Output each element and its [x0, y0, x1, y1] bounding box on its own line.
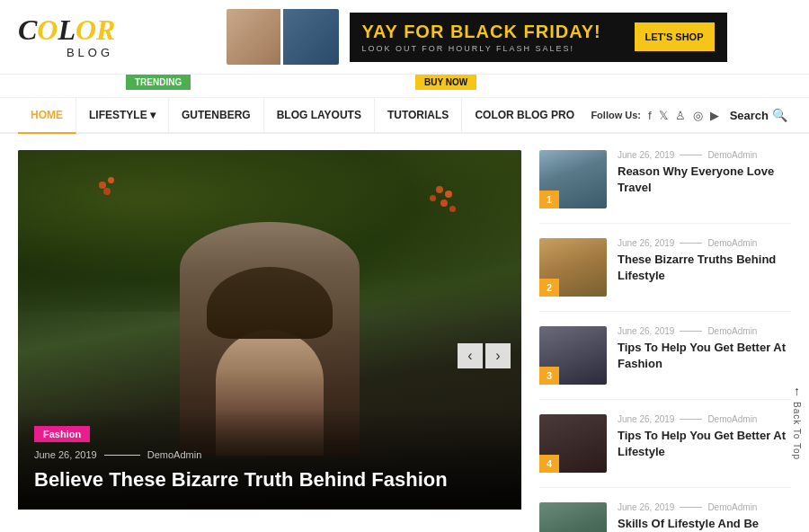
thumb-num-3: 3	[539, 367, 559, 385]
hero-image: Fashion June 26, 2019 DemoAdmin Believe …	[18, 150, 521, 510]
sidebar-thumb-3: 3	[539, 326, 607, 385]
sidebar-item-4-meta: June 26, 2019 DemoAdmin	[618, 414, 791, 424]
sidebar-item-4-title[interactable]: Tips To Help You Get Better At Lifestyle	[618, 428, 791, 460]
navigation: HOME LIFESTYLE ▾ GUTENBERG BLOG LAYOUTS …	[0, 98, 809, 134]
nav-item-blog-layouts[interactable]: BLOG LAYOUTS	[264, 98, 375, 132]
hero-overlay: Fashion June 26, 2019 DemoAdmin Believe …	[18, 409, 521, 510]
search-button[interactable]: Search 🔍	[726, 101, 791, 129]
nav-item-color-blog-pro[interactable]: COLOR BLOG PRO	[462, 98, 587, 132]
promo-title: YAY FOR BLACK FRIDAY!	[362, 22, 624, 42]
logo[interactable]: COLOR BLOG	[18, 15, 162, 59]
social-icons: f 𝕏 ♙ ◎ ▶	[648, 109, 719, 122]
slider-prev-button[interactable]: ‹	[458, 343, 483, 368]
sidebar-item-3-meta: June 26, 2019 DemoAdmin	[618, 326, 791, 336]
slider-next-button[interactable]: ›	[485, 343, 511, 368]
promo-shop-button[interactable]: LET'S SHOP	[635, 22, 715, 51]
header: COLOR BLOG YAY FOR BLACK FRIDAY! LOOK OU…	[0, 0, 809, 75]
trending-bar: TRENDING BUY NOW	[0, 75, 809, 98]
hero-meta: June 26, 2019 DemoAdmin	[34, 449, 505, 460]
hero-category-badge[interactable]: Fashion	[34, 426, 90, 442]
pinterest-icon[interactable]: ♙	[675, 109, 686, 122]
twitter-icon[interactable]: 𝕏	[659, 109, 668, 122]
sidebar-item-3-info: June 26, 2019 DemoAdmin Tips To Help You…	[618, 326, 791, 385]
search-label: Search	[730, 109, 769, 122]
search-icon: 🔍	[772, 108, 787, 122]
banner-area: YAY FOR BLACK FRIDAY! LOOK OUT FOR HOURL…	[162, 9, 791, 65]
sidebar-item-1-meta: June 26, 2019 DemoAdmin	[618, 150, 791, 160]
back-to-top[interactable]: ↑ Back To Top	[792, 384, 802, 460]
slider-controls: ‹ ›	[458, 343, 511, 368]
sidebar-item-5-info: June 26, 2019 DemoAdmin Skills Of Lifest…	[618, 502, 791, 532]
nav-right: Follow Us: f 𝕏 ♙ ◎ ▶ Search 🔍	[591, 101, 791, 129]
sidebar-thumb-1: 1	[539, 150, 607, 208]
thumb-num-1: 1	[539, 191, 559, 208]
logo-blog-text: BLOG	[18, 46, 162, 59]
nav-links: HOME LIFESTYLE ▾ GUTENBERG BLOG LAYOUTS …	[18, 98, 587, 132]
promo-banner: YAY FOR BLACK FRIDAY! LOOK OUT FOR HOURL…	[350, 13, 727, 62]
back-to-top-arrow-icon: ↑	[794, 384, 800, 398]
back-to-top-label: Back To Top	[792, 402, 802, 460]
nav-item-home[interactable]: HOME	[18, 98, 76, 134]
sidebar-thumb-2: 2	[539, 238, 607, 297]
thumb-num-2: 2	[539, 279, 559, 297]
sidebar-item-2-meta: June 26, 2019 DemoAdmin	[618, 238, 791, 248]
sidebar-item-3: 3 June 26, 2019 DemoAdmin Tips To Help Y…	[539, 326, 791, 400]
promo-sub: LOOK OUT FOR HOURLY FLASH SALES!	[362, 44, 624, 53]
sidebar-item-5: 5 June 26, 2019 DemoAdmin Skills Of Life…	[539, 502, 791, 532]
hero-slider: Fashion June 26, 2019 DemoAdmin Believe …	[18, 150, 521, 532]
nav-item-gutenberg[interactable]: GUTENBERG	[169, 98, 264, 132]
sidebar-thumb-4: 4	[539, 414, 607, 473]
trending-badge[interactable]: TRENDING	[126, 75, 191, 90]
facebook-icon[interactable]: f	[648, 109, 652, 122]
sidebar-item-2-title[interactable]: These Bizarre Truths Behind Lifestyle	[618, 252, 791, 284]
buynow-badge[interactable]: BUY NOW	[415, 75, 476, 90]
hero-author: DemoAdmin	[147, 449, 202, 460]
sidebar-item-2-info: June 26, 2019 DemoAdmin These Bizarre Tr…	[618, 238, 791, 297]
sidebar: 1 June 26, 2019 DemoAdmin Reason Why Eve…	[521, 150, 791, 532]
hero-meta-line	[104, 455, 140, 456]
sidebar-item-5-meta: June 26, 2019 DemoAdmin	[618, 502, 791, 512]
sidebar-item-1: 1 June 26, 2019 DemoAdmin Reason Why Eve…	[539, 150, 791, 224]
sidebar-item-2: 2 June 26, 2019 DemoAdmin These Bizarre …	[539, 238, 791, 312]
sidebar-item-4-info: June 26, 2019 DemoAdmin Tips To Help You…	[618, 414, 791, 473]
sidebar-item-4: 4 June 26, 2019 DemoAdmin Tips To Help Y…	[539, 414, 791, 488]
main-content: Fashion June 26, 2019 DemoAdmin Believe …	[0, 134, 809, 532]
sidebar-thumb-5: 5	[539, 502, 607, 532]
banner-photos	[227, 9, 339, 65]
sidebar-item-1-title[interactable]: Reason Why Everyone Love Travel	[618, 164, 791, 196]
sidebar-item-3-title[interactable]: Tips To Help You Get Better At Fashion	[618, 340, 791, 372]
thumb-num-4: 4	[539, 455, 559, 473]
instagram-icon[interactable]: ◎	[693, 109, 703, 122]
nav-item-tutorials[interactable]: TUTORIALS	[375, 98, 462, 132]
follow-us-label: Follow Us:	[591, 110, 641, 120]
youtube-icon[interactable]: ▶	[710, 109, 719, 122]
nav-item-lifestyle[interactable]: LIFESTYLE ▾	[76, 98, 169, 132]
sidebar-item-5-title[interactable]: Skills Of Lifestyle And Be Successful	[618, 516, 791, 532]
hero-date: June 26, 2019	[34, 449, 97, 460]
hero-title: Believe These Bizarre Truth Behind Fashi…	[34, 467, 505, 493]
sidebar-item-1-info: June 26, 2019 DemoAdmin Reason Why Every…	[618, 150, 791, 208]
